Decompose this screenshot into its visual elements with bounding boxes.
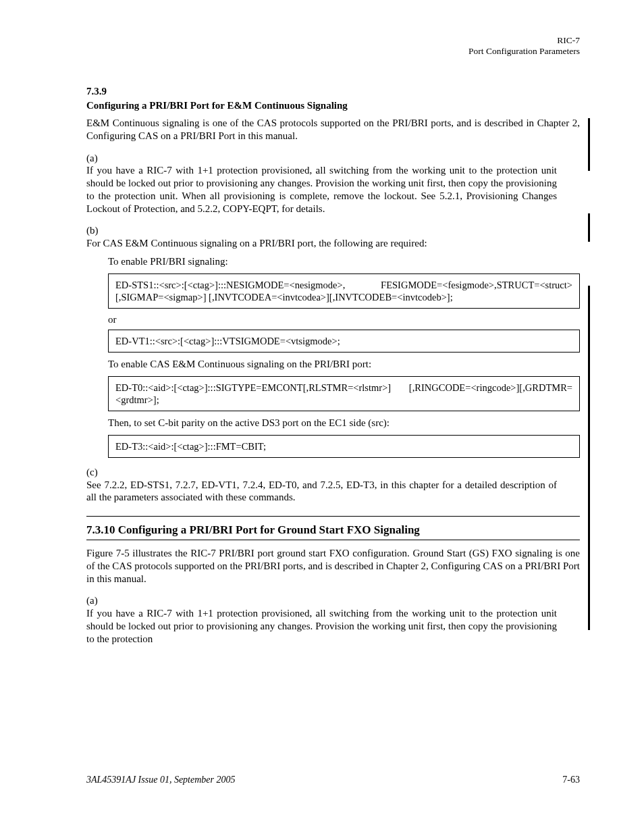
intro-text: To enable PRI/BRI signaling: (108, 255, 580, 268)
revision-bar (588, 118, 590, 171)
section-title: Configuring a PRI/BRI Port for E&M Conti… (86, 100, 580, 111)
item-text: For CAS E&M Continuous signaling on a PR… (86, 237, 557, 250)
revision-bar (588, 286, 590, 630)
paragraph: (a) If you have a RIC-7 with 1+1 protect… (86, 152, 580, 215)
item-text: If you have a RIC-7 with 1+1 protection … (86, 164, 557, 215)
item-label: (c) (86, 466, 108, 479)
item-label: (b) (86, 224, 108, 237)
item-label: (a) (86, 152, 108, 165)
paragraph: (c) See 7.2.2, ED-STS1, 7.2.7, ED-VT1, 7… (86, 466, 580, 504)
intro-text: Then, to set C-bit parity on the active … (108, 417, 580, 429)
intro-text: To enable CAS E&M Continuous signaling o… (108, 358, 580, 371)
command-box: ED-VT1::<src>:[<ctag>]:::VTSIGMODE=<vtsi… (108, 330, 580, 353)
command-box: ED-T3::<aid>:[<ctag>]:::FMT=CBIT; (108, 435, 580, 458)
paragraph: Figure 7-5 illustrates the RIC-7 PRI/BRI… (86, 547, 580, 585)
section-heading: 7.3.10 Configuring a PRI/BRI Port for Gr… (86, 523, 580, 537)
divider (86, 540, 580, 540)
command-box: ED-STS1::<src>:[<ctag>]:::NESIGMODE=<nes… (108, 273, 580, 309)
header-line-1: RIC-7 (468, 35, 580, 46)
page-header: RIC-7 Port Configuration Parameters (468, 35, 580, 57)
item-text: If you have a RIC-7 with 1+1 protection … (86, 607, 557, 645)
page: RIC-7 Port Configuration Parameters 7.3.… (0, 0, 644, 834)
item-text: See 7.2.2, ED-STS1, 7.2.7, ED-VT1, 7.2.4… (86, 479, 557, 504)
paragraph: (b) For CAS E&M Continuous signaling on … (86, 224, 580, 250)
header-line-2: Port Configuration Parameters (468, 46, 580, 57)
command-box: ED-T0::<aid>:[<ctag>]:::SIGTYPE=EMCONT[,… (108, 376, 580, 411)
section-number: 7.3.9 (86, 86, 580, 97)
divider (86, 516, 580, 517)
footer-right: 7-63 (562, 775, 580, 785)
footer-left: 3AL45391AJ Issue 01, September 2005 (86, 775, 235, 785)
paragraph: E&M Continuous signaling is one of the C… (86, 117, 580, 142)
paragraph: (a) If you have a RIC-7 with 1+1 protect… (86, 594, 580, 645)
or-text: or (108, 314, 580, 325)
revision-bar (588, 213, 590, 242)
item-label: (a) (86, 594, 108, 607)
